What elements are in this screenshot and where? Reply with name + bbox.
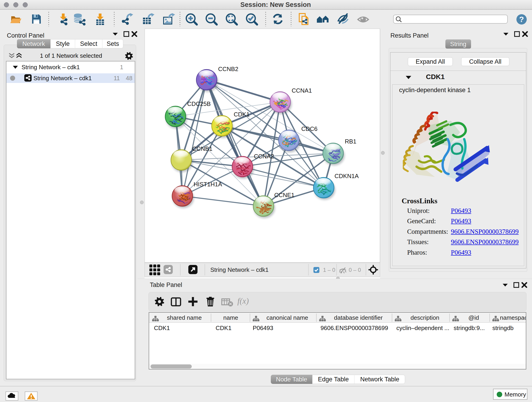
svg-text:CCNE1: CCNE1 [274, 191, 294, 198]
svg-text:CCNB1: CCNB1 [192, 145, 212, 152]
svg-text:HIST1H1A: HIST1H1A [194, 181, 222, 188]
svg-text:CCNB2: CCNB2 [218, 65, 238, 72]
svg-text:CDKN1A: CDKN1A [335, 172, 359, 179]
svg-text:CDK1: CDK1 [234, 111, 249, 118]
svg-text:CCNA2: CCNA2 [254, 153, 274, 160]
svg-text:CCNA1: CCNA1 [292, 87, 312, 94]
svg-text:RB1: RB1 [345, 138, 356, 145]
svg-text:CDC25B: CDC25B [187, 100, 211, 107]
svg-text:CDC6: CDC6 [301, 125, 317, 132]
